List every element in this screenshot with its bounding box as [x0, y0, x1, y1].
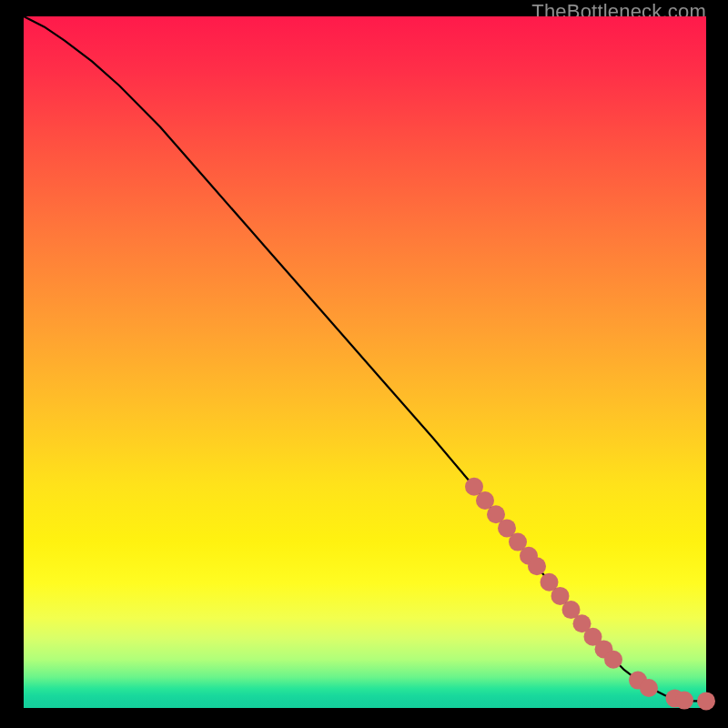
data-point [604, 651, 622, 669]
data-point [640, 679, 658, 697]
data-point [675, 692, 693, 710]
data-point [528, 557, 546, 575]
curve-line [24, 16, 706, 701]
chart-svg [24, 16, 706, 708]
data-point [697, 692, 715, 710]
plot-area [24, 16, 706, 708]
chart-stage: TheBottleneck.com [0, 0, 728, 728]
data-points [465, 478, 715, 711]
